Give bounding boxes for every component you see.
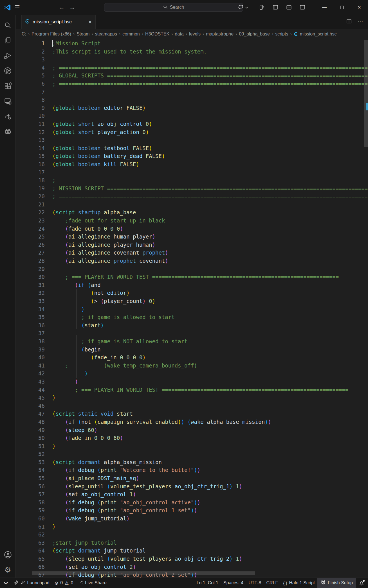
breadcrumb-item[interactable]: H3ODSTEK xyxy=(145,32,169,37)
toggle-panel-button[interactable] xyxy=(286,4,292,10)
code-line[interactable]: 31 (if (and xyxy=(16,281,368,289)
code-line[interactable]: 30 ; === PLAYER IN WORLD TEST ==========… xyxy=(16,273,368,281)
settings-gear-icon[interactable]: ⚙ xyxy=(0,562,15,578)
maximize-button[interactable] xyxy=(333,0,351,15)
code-line[interactable]: 46 xyxy=(16,402,368,410)
code-line[interactable]: 65 (sleep_until (volume_test_players ao_… xyxy=(16,555,368,563)
tab-close-icon[interactable]: ✕ xyxy=(88,19,92,25)
breadcrumb-item[interactable]: steamapps xyxy=(95,32,117,37)
code-line[interactable]: 37 xyxy=(16,329,368,337)
code-line[interactable]: 36 (start) xyxy=(16,321,368,329)
breadcrumb-item[interactable]: C: xyxy=(22,32,26,37)
code-line[interactable]: 54 (if debug (print "Welcome to the butt… xyxy=(16,466,368,474)
breadcrumb-item[interactable]: 00_alpha_base xyxy=(239,32,270,37)
live-share-icon[interactable] xyxy=(0,109,15,124)
code-line[interactable]: 58 (if debug (print "ao_obj_control acti… xyxy=(16,498,368,507)
code-line[interactable]: 6; =====================================… xyxy=(16,80,368,88)
code-line[interactable]: 7 xyxy=(16,88,368,96)
code-line[interactable]: 17 xyxy=(16,168,368,177)
code-line[interactable]: 50 (fade_in 0 0 0 60) xyxy=(16,434,368,442)
code-line[interactable]: 18; ====================================… xyxy=(16,176,368,184)
more-actions-icon[interactable]: ⋯ xyxy=(358,18,363,25)
notifications-bell-item[interactable] xyxy=(356,578,368,588)
eol-item[interactable]: CRLF xyxy=(264,578,281,588)
vertical-scrollbar[interactable] xyxy=(364,40,368,147)
code-line[interactable]: 53(script dormant alpha_base_mission xyxy=(16,458,368,466)
minimize-button[interactable]: — xyxy=(316,0,333,15)
breadcrumb-item[interactable]: maptastrophe xyxy=(206,32,234,37)
code-line[interactable]: 51) xyxy=(16,442,368,450)
code-line[interactable]: 1;Mission Script xyxy=(16,39,368,48)
live-share-item[interactable]: Live Share xyxy=(76,578,109,588)
nav-back-button[interactable]: ← xyxy=(59,0,65,15)
code-line[interactable]: 20; ====================================… xyxy=(16,192,368,201)
code-line[interactable]: 33 (> (player_count) 0) xyxy=(16,297,368,305)
code-line[interactable]: 64(script dormant jump_tutorial xyxy=(16,547,368,555)
code-line[interactable]: 39 (begin xyxy=(16,346,368,354)
problems-item[interactable]: ⊗ 0 ⚠ 0 xyxy=(52,578,76,588)
copilot-chat-button[interactable] xyxy=(238,4,248,10)
code-line[interactable]: 56 (sleep_until (volume_test_players ao_… xyxy=(16,482,368,491)
encoding-item[interactable]: UTF-8 xyxy=(246,578,264,588)
code-line[interactable]: 5; GLOBAL SCRIPTS ======================… xyxy=(16,72,368,80)
code-line[interactable]: 42 ) xyxy=(16,369,368,378)
code-line[interactable]: 35 ; if game is allowed to start xyxy=(16,313,368,321)
code-line[interactable]: 13 xyxy=(16,136,368,144)
command-center-search[interactable]: Search xyxy=(104,3,243,12)
search-icon[interactable] xyxy=(0,17,15,33)
breadcrumb-file[interactable]: mission_script.hsc xyxy=(294,32,337,37)
code-line[interactable]: 29 xyxy=(16,265,368,273)
code-line[interactable]: 24 (fade_out 0 0 0 0) xyxy=(16,225,368,233)
code-line[interactable]: 32 (not editor) xyxy=(16,289,368,297)
code-line[interactable]: 52 xyxy=(16,450,368,458)
code-line[interactable]: 8 xyxy=(16,96,368,104)
code-line[interactable]: 49 (sleep 60) xyxy=(16,426,368,434)
menu-hamburger-button[interactable]: ☰ xyxy=(15,0,20,15)
code-line[interactable]: 66 (set ao_obj_control 2) xyxy=(16,563,368,571)
code-line[interactable]: 45) xyxy=(16,394,368,402)
source-control-icon[interactable] xyxy=(0,63,15,78)
code-line[interactable]: 12(global short player_action 0) xyxy=(16,128,368,136)
remote-explorer-icon[interactable] xyxy=(0,93,15,109)
code-line[interactable]: 21 xyxy=(16,201,368,209)
code-line[interactable]: 41 ; (wake temp_camera_bounds_off) xyxy=(16,362,368,370)
code-line[interactable]: 43 ) xyxy=(16,378,368,386)
breadcrumb-item[interactable]: levels xyxy=(189,32,201,37)
code-line[interactable]: 27 (ai_allegiance covenant prophet) xyxy=(16,249,368,257)
code-line[interactable]: 4; =====================================… xyxy=(16,64,368,72)
code-line[interactable]: 40 (fade_in 0 0 0 0) xyxy=(16,353,368,362)
code-line[interactable]: 47(script static void start xyxy=(16,410,368,418)
explorer-icon[interactable] xyxy=(0,33,15,48)
code-line[interactable]: 14(global boolean testbool FALSE) xyxy=(16,144,368,152)
close-window-button[interactable]: ✕ xyxy=(351,0,368,15)
accounts-icon[interactable] xyxy=(0,547,15,562)
breadcrumb-item[interactable]: scripts xyxy=(275,32,288,37)
code-line[interactable]: 2;This script is used to test the missio… xyxy=(16,48,368,56)
breadcrumb-item[interactable]: Steam xyxy=(77,32,89,37)
code-line[interactable]: 15(global boolean battery_dead FALSE) xyxy=(16,152,368,160)
code-line[interactable]: 3 xyxy=(16,55,368,64)
code-line[interactable]: 22(script startup alpha_base xyxy=(16,208,368,217)
indentation-item[interactable]: Spaces: 4 xyxy=(221,578,246,588)
code-line[interactable]: 16(global boolean kill FALSE) xyxy=(16,160,368,168)
code-line[interactable]: 38 ; if game is NOT allowed to start xyxy=(16,337,368,346)
code-line[interactable]: 48 (if (not (campaign_survival_enabled))… xyxy=(16,418,368,426)
breadcrumb-item[interactable]: common xyxy=(122,32,140,37)
run-and-debug-icon[interactable] xyxy=(0,48,15,63)
code-line[interactable]: 28 (ai_allegiance prophet covenant) xyxy=(16,257,368,265)
code-line[interactable]: 11(global short ao_obj_control 0) xyxy=(16,120,368,128)
finish-setup-item[interactable]: Finish Setup xyxy=(317,578,356,588)
code-line[interactable]: 23 ;fade out for start up in black xyxy=(16,217,368,225)
tab-mission-script[interactable]: mission_script.hsc ✕ xyxy=(21,15,96,29)
code-line[interactable]: 34 ) xyxy=(16,305,368,313)
nav-forward-button[interactable]: → xyxy=(69,0,75,15)
code-line[interactable]: 59 (if debug (print "ao_obj_control 1 se… xyxy=(16,506,368,514)
code-line[interactable]: 61) xyxy=(16,523,368,531)
cursor-position-item[interactable]: Ln 1, Col 1 xyxy=(194,578,221,588)
code-line[interactable]: 57 (set ao_obj_control 1) xyxy=(16,490,368,498)
code-line[interactable]: 62 xyxy=(16,531,368,539)
godot-tools-icon[interactable] xyxy=(0,124,15,139)
breadcrumb-item[interactable]: data xyxy=(175,32,184,37)
extensions-icon[interactable] xyxy=(0,78,15,93)
code-line[interactable]: 9(global boolean editor FALSE) xyxy=(16,104,368,112)
